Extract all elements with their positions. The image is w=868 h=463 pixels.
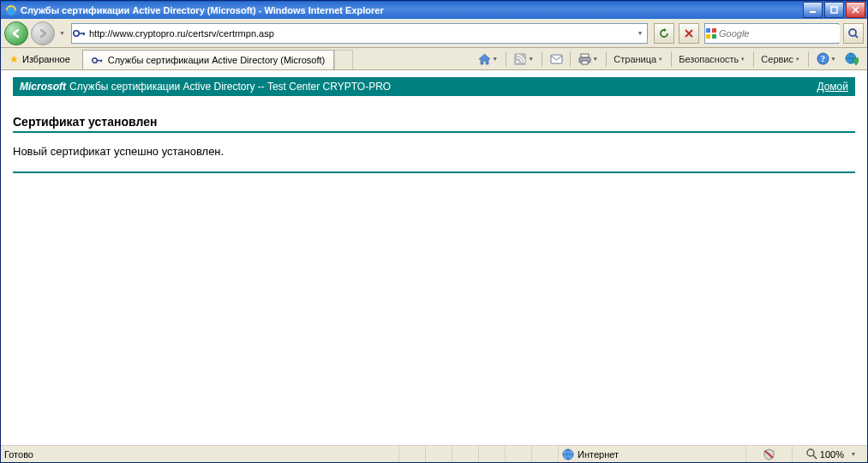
nav-toolbar: ▼ ▼ [1,19,867,48]
mail-icon [549,52,563,66]
chevron-down-icon: ▼ [527,56,535,62]
search-button[interactable] [843,23,864,44]
page-content: Microsoft Службы сертификации Active Dir… [1,70,867,444]
success-message: Новый сертификат успешно установлен. [13,145,855,158]
command-bar: ▼ ▼ ▼ Страница ▾ Безопасност [475,51,864,68]
nav-history-dropdown[interactable]: ▼ [57,23,67,44]
print-button[interactable]: ▼ [575,51,602,68]
chevron-down-icon: ▾ [656,56,664,63]
rss-icon [513,52,527,66]
window-title: Службы сертификации Active Directory (Mi… [21,5,801,15]
favorites-bar: ★ Избранное Службы сертификации Active D… [1,48,867,70]
protected-mode[interactable] [745,445,792,462]
help-button[interactable]: ? ▼ [813,51,840,68]
chevron-down-icon: ▼ [491,56,499,62]
page-menu[interactable]: Страница ▾ [611,51,667,68]
chevron-down-icon: ▼ [829,56,837,62]
search-box[interactable] [704,23,839,44]
forward-button[interactable] [31,21,55,45]
page-banner: Microsoft Службы сертификации Active Dir… [13,77,855,96]
banner-text: Службы сертификации Active Directory -- … [69,81,391,93]
svg-rect-1 [810,11,816,13]
maximize-button[interactable] [824,2,844,18]
url-dropdown-icon[interactable]: ▼ [633,30,647,36]
address-bar[interactable]: ▼ [71,23,648,44]
back-button[interactable] [4,21,28,45]
cryptopro-addon-button[interactable] [842,51,861,68]
page-menu-label: Страница [614,54,656,64]
separator [808,51,809,67]
safety-menu[interactable]: Безопасность ▾ [676,51,749,68]
close-button[interactable] [846,2,865,18]
page-heading: Сертификат установлен [13,115,855,129]
svg-rect-5 [83,33,85,35]
status-pane [398,445,425,462]
home-icon [477,52,491,66]
separator [506,51,506,67]
safety-menu-label: Безопасность [679,54,739,64]
read-mail-button[interactable] [547,51,566,68]
svg-point-10 [849,29,856,36]
svg-point-24 [807,449,814,456]
svg-rect-6 [706,28,710,33]
svg-rect-8 [706,34,710,39]
svg-point-15 [517,60,519,63]
separator [753,51,754,67]
chevron-down-icon: ▼ [591,56,599,62]
chevron-down-icon: ▾ [739,56,746,63]
separator [606,51,607,67]
separator [542,51,542,67]
tools-menu[interactable]: Сервис ▾ [758,51,804,68]
tab-title: Службы сертификации Active Directory (Mi… [108,55,325,65]
status-pane [478,445,505,462]
zone-label: Интернет [578,449,619,460]
globe-shield-icon [845,52,859,66]
separator [570,51,571,67]
stop-button[interactable] [679,23,699,44]
svg-rect-7 [712,28,716,33]
minimize-button[interactable] [803,2,823,18]
search-input[interactable] [717,25,840,42]
feeds-button[interactable]: ▼ [511,51,537,68]
status-pane [425,445,452,462]
separator [671,51,672,67]
tabs-container: Службы сертификации Active Directory (Mi… [82,48,476,69]
google-icon [705,27,717,39]
favorites-label: Избранное [22,54,70,64]
zoom-value: 100% [820,449,844,460]
svg-rect-13 [100,59,101,62]
globe-icon [562,448,574,460]
tools-menu-label: Сервис [761,54,793,64]
site-key-icon [72,28,87,39]
help-icon: ? [816,52,829,66]
svg-text:?: ? [821,54,825,63]
security-zone[interactable]: Интернет [558,445,745,462]
chevron-down-icon: ▾ [793,56,801,63]
zoom-control[interactable]: 100% ▼ [792,445,867,462]
status-pane [452,445,478,462]
home-link[interactable]: Домой [817,81,848,93]
svg-point-11 [92,57,97,63]
new-tab-button[interactable] [334,50,353,69]
status-bar: Готово Интернет 100% ▼ [1,444,867,462]
refresh-button[interactable] [654,23,674,44]
print-icon [578,52,591,66]
svg-rect-9 [712,34,716,39]
divider [13,171,855,173]
site-key-icon [92,56,104,65]
banner-brand: Microsoft [20,81,66,93]
url-input[interactable] [87,25,633,42]
tab-active[interactable]: Службы сертификации Active Directory (Mi… [82,50,334,69]
favorites-button[interactable]: ★ Избранное [4,50,75,68]
status-ready-text: Готово [4,449,33,460]
window-buttons [801,2,865,18]
svg-rect-19 [582,61,588,64]
home-button[interactable]: ▼ [475,51,501,68]
svg-rect-16 [551,55,562,63]
browser-window: Службы сертификации Active Directory (Mi… [0,0,868,463]
arrow-left-icon [10,27,22,39]
status-ready: Готово [1,445,398,462]
divider [13,131,855,133]
zoom-icon [806,448,817,460]
status-pane [531,445,558,462]
